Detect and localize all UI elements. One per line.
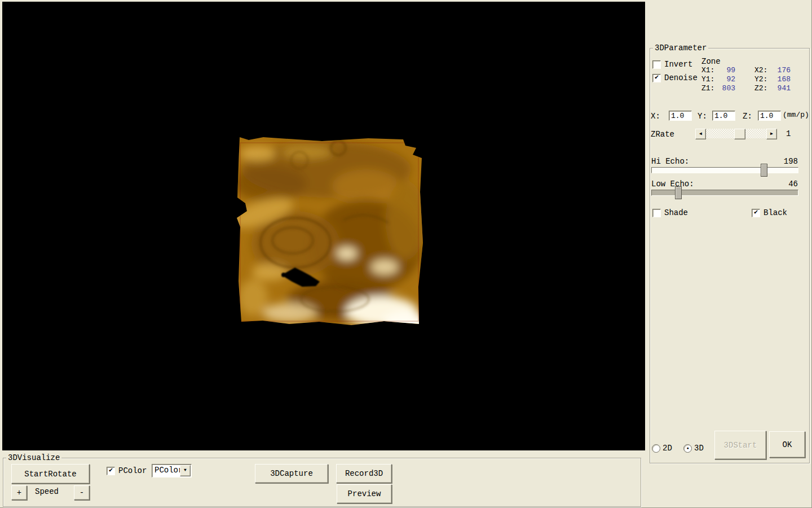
zone-y2-value: 168 [770, 76, 791, 84]
zone-z1-value: 803 [715, 85, 735, 93]
pcolor-check-mark: ✔ [109, 467, 113, 474]
mode-3d-dot: ● [686, 446, 689, 450]
render-viewport[interactable] [2, 2, 645, 450]
ok-button[interactable]: OK [769, 431, 805, 458]
speed-label: Speed [35, 487, 59, 496]
zone-z2-value: 941 [770, 85, 791, 93]
zone-y1-value: 92 [715, 76, 735, 84]
zrate-left-arrow-icon[interactable]: ◀ [695, 129, 706, 139]
record-3d-button[interactable]: Record3D [336, 464, 392, 483]
black-label: Black [764, 208, 787, 217]
chevron-down-icon[interactable]: ▼ [180, 465, 191, 476]
parameter-group-label: 3DParameter [653, 44, 708, 52]
scale-y-label: Y: [698, 112, 707, 121]
black-check-mark: ✔ [754, 209, 758, 216]
start-3d-button[interactable]: 3DStart [714, 431, 766, 459]
mode-2d-label: 2D [663, 444, 672, 453]
scale-y-input[interactable] [712, 111, 735, 121]
pcolor-select[interactable]: PColor ▼ [152, 464, 192, 478]
zone-x1-value: 99 [715, 67, 735, 75]
mode-3d-label: 3D [694, 444, 704, 453]
pcolor-label: PColor [118, 466, 147, 475]
zone-label: Zone [701, 57, 721, 66]
speed-plus-button[interactable]: + [11, 485, 27, 500]
pcolor-select-value: PColor [155, 466, 183, 475]
scale-z-label: Z: [743, 112, 752, 121]
zone-y1-label: Y1: [701, 76, 714, 84]
scale-unit-label: (mm/p) [783, 111, 809, 119]
start-rotate-button[interactable]: StartRotate [11, 464, 90, 484]
zrate-thumb[interactable] [734, 129, 745, 139]
scale-z-input[interactable] [758, 111, 781, 121]
zone-x2-value: 176 [770, 67, 791, 75]
low-echo-track[interactable] [651, 190, 798, 196]
denoise-checkbox[interactable]: ✔ [652, 74, 661, 82]
denoise-label: Denoise [664, 73, 698, 82]
invert-checkbox[interactable] [652, 60, 661, 69]
invert-label: Invert [664, 60, 692, 69]
zrate-scrollbar[interactable]: ◀ ▶ [695, 129, 777, 138]
zrate-value: 1 [786, 129, 791, 138]
preview-button[interactable]: Preview [337, 484, 392, 503]
zrate-label: ZRate [651, 130, 674, 139]
zone-x1-label: X1: [701, 67, 714, 75]
denoise-check-mark: ✔ [655, 74, 659, 81]
shade-checkbox[interactable] [652, 209, 661, 217]
zone-z2-label: Z2: [754, 85, 767, 93]
scale-x-input[interactable] [669, 111, 692, 121]
pcolor-checkbox[interactable]: ✔ [107, 467, 115, 475]
hi-echo-slider[interactable] [651, 164, 798, 176]
zone-z1-label: Z1: [701, 85, 714, 93]
mode-3d-radio[interactable]: ● [683, 444, 692, 453]
low-echo-slider[interactable] [651, 186, 798, 199]
zrate-right-arrow-icon[interactable]: ▶ [766, 129, 777, 139]
shade-label: Shade [664, 208, 688, 217]
zone-y2-label: Y2: [754, 76, 767, 84]
scale-x-label: X: [651, 112, 660, 121]
hi-echo-track[interactable] [651, 167, 798, 173]
visualize-group-label: 3DVisualize [6, 454, 61, 462]
zrate-track[interactable] [706, 129, 766, 138]
zone-x2-label: X2: [754, 67, 767, 75]
black-checkbox[interactable]: ✔ [752, 209, 760, 217]
hi-echo-thumb[interactable] [761, 164, 767, 177]
mode-2d-radio[interactable] [652, 444, 660, 453]
speed-minus-button[interactable]: - [74, 485, 90, 500]
capture-3d-button[interactable]: 3DCapture [255, 464, 328, 483]
low-echo-thumb[interactable] [675, 186, 682, 199]
ultrasound-3d-render [236, 135, 424, 326]
